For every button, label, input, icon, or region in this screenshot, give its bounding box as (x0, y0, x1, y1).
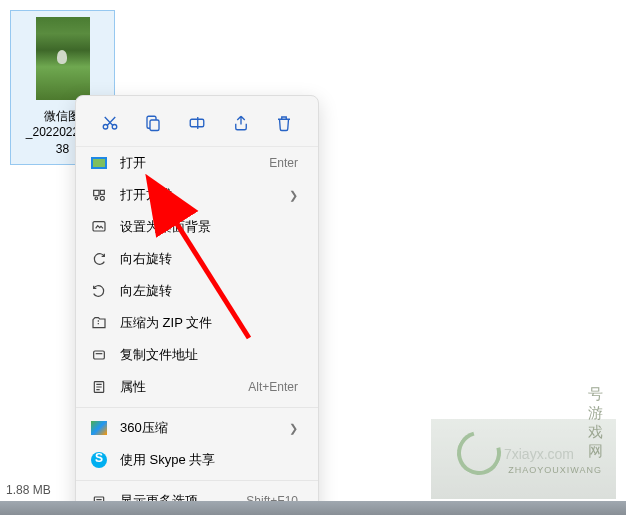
menu-rotate-left[interactable]: 向左旋转 (76, 275, 318, 307)
context-menu: 打开 Enter 打开方式 ❯ 设置为桌面背景 向右旋转 (75, 95, 319, 515)
rename-button[interactable] (179, 108, 215, 138)
svg-rect-4 (94, 190, 99, 195)
skype-icon (90, 451, 108, 469)
svg-point-1 (112, 125, 117, 130)
svg-rect-5 (100, 190, 104, 194)
rename-icon (188, 114, 206, 132)
menu-label: 向右旋转 (120, 250, 298, 268)
menu-shortcut: Alt+Enter (248, 380, 298, 394)
svg-rect-2 (150, 120, 159, 131)
share-button[interactable] (223, 108, 259, 138)
menu-copy-path[interactable]: 复制文件地址 (76, 339, 318, 371)
file-size: 1.88 MB (6, 483, 51, 497)
action-bar (76, 100, 318, 147)
svg-point-6 (100, 196, 104, 200)
delete-icon (275, 114, 293, 132)
open-with-icon (90, 186, 108, 204)
menu-rotate-right[interactable]: 向右旋转 (76, 243, 318, 275)
rotate-right-icon (90, 250, 108, 268)
menu-label: 打开方式 (120, 186, 289, 204)
cut-icon (101, 114, 119, 132)
svg-rect-9 (94, 351, 105, 359)
menu-skype-share[interactable]: 使用 Skype 共享 (76, 444, 318, 476)
menu-open-with[interactable]: 打开方式 ❯ (76, 179, 318, 211)
properties-icon (90, 378, 108, 396)
menu-shortcut: Enter (269, 156, 298, 170)
menu-separator (76, 480, 318, 481)
svg-point-0 (103, 125, 108, 130)
open-image-icon (90, 154, 108, 172)
watermark-brand: 号游戏网 (588, 385, 604, 461)
menu-label: 属性 (120, 378, 248, 396)
status-bar: 1.88 MB (0, 479, 57, 501)
chevron-right-icon: ❯ (289, 189, 298, 202)
menu-label: 360压缩 (120, 419, 289, 437)
menu-set-wallpaper[interactable]: 设置为桌面背景 (76, 211, 318, 243)
menu-compress-zip[interactable]: 压缩为 ZIP 文件 (76, 307, 318, 339)
menu-open[interactable]: 打开 Enter (76, 147, 318, 179)
svg-point-7 (95, 197, 98, 200)
menu-separator (76, 407, 318, 408)
svg-rect-3 (190, 119, 204, 127)
menu-properties[interactable]: 属性 Alt+Enter (76, 371, 318, 403)
zip-icon (90, 314, 108, 332)
menu-label: 打开 (120, 154, 269, 172)
copy-path-icon (90, 346, 108, 364)
file-thumbnail (36, 17, 90, 100)
rotate-left-icon (90, 282, 108, 300)
menu-label: 向左旋转 (120, 282, 298, 300)
taskbar (0, 501, 626, 515)
chevron-right-icon: ❯ (289, 422, 298, 435)
menu-360-compress[interactable]: 360压缩 ❯ (76, 412, 318, 444)
menu-label: 压缩为 ZIP 文件 (120, 314, 298, 332)
cut-button[interactable] (92, 108, 128, 138)
watermark-site: 7xiayx.com (504, 446, 574, 462)
menu-label: 复制文件地址 (120, 346, 298, 364)
menu-label: 使用 Skype 共享 (120, 451, 298, 469)
watermark-brand-sub: ZHAOYOUXIWANG (508, 465, 602, 475)
360-icon (90, 419, 108, 437)
copy-icon (144, 114, 162, 132)
delete-button[interactable] (266, 108, 302, 138)
share-icon (232, 114, 250, 132)
menu-label: 设置为桌面背景 (120, 218, 298, 236)
copy-button[interactable] (135, 108, 171, 138)
wallpaper-icon (90, 218, 108, 236)
